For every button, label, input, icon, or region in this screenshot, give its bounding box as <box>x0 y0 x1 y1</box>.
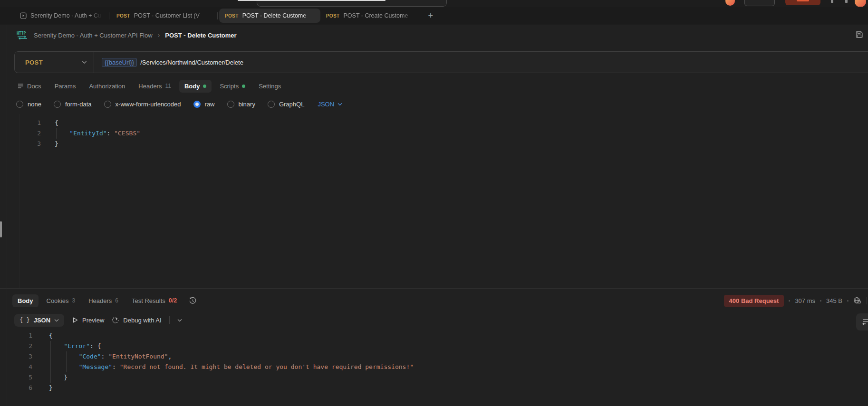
tab-label: Body <box>184 83 200 90</box>
code-line: 2 "Error": { <box>0 341 868 351</box>
new-tab-button[interactable]: + <box>428 11 433 20</box>
separator-dot <box>847 300 849 302</box>
mode-x-www-form-urlencoded[interactable]: x-www-form-urlencoded <box>104 101 181 108</box>
code-text: "Message": "Record not found. It might b… <box>32 362 414 372</box>
response-section-divider[interactable] <box>0 288 868 289</box>
radio-selected-icon[interactable] <box>193 101 201 108</box>
request-body-editor[interactable]: 1{2 "EntityId": "CESBS"3} <box>0 114 868 292</box>
mode-binary[interactable]: binary <box>227 101 255 108</box>
code-text: } <box>41 139 58 149</box>
tab-response-cookies[interactable]: Cookies 3 <box>41 294 81 307</box>
vertical-divider <box>867 297 867 304</box>
url-variable-chip[interactable]: {{baseUrl}} <box>102 58 137 67</box>
tab-settings[interactable]: Settings <box>253 80 286 93</box>
line-number: 3 <box>0 139 41 149</box>
method-badge: POST <box>116 13 130 19</box>
code-text: "Code": "EntityNotFound", <box>32 351 172 362</box>
radio-icon[interactable] <box>54 101 61 108</box>
outline-button[interactable] <box>744 0 775 6</box>
avatar[interactable] <box>855 0 866 7</box>
ai-sparkle-icon <box>112 316 119 324</box>
tab-headers[interactable]: Headers 11 <box>133 80 176 93</box>
radio-icon[interactable] <box>16 101 23 108</box>
line-number: 5 <box>0 372 32 383</box>
indent-guide <box>56 128 57 139</box>
code-text: { <box>41 118 58 128</box>
notifications-icon[interactable] <box>845 0 848 3</box>
docs-icon <box>18 83 24 89</box>
vertical-divider <box>169 316 170 324</box>
code-line: 5 } <box>0 372 868 383</box>
tab-label: Settings <box>259 83 281 90</box>
tab-label: Serenity Demo - Auth + Cu <box>30 12 102 19</box>
line-number: 1 <box>0 330 32 341</box>
breadcrumb-collection[interactable]: Serenity Demo - Auth + Customer API Flow <box>34 32 153 39</box>
chevron-down-icon <box>338 103 342 106</box>
tab-scripts[interactable]: Scripts <box>214 80 251 93</box>
status-badge[interactable]: 400 Bad Request <box>724 295 784 307</box>
request-section-tabs: Docs Params Authorization Headers 11 Bod… <box>0 78 868 94</box>
tab-create-customer[interactable]: POST POST - Create Custome <box>320 9 421 23</box>
modified-dot <box>203 85 206 88</box>
separator-dot <box>820 300 821 302</box>
tab-authorization[interactable]: Authorization <box>84 80 130 93</box>
tab-label: Params <box>55 83 76 90</box>
test-results-count: 0/2 <box>169 297 177 304</box>
tab-delete-customer[interactable]: POST POST - Delete Custome <box>219 9 320 23</box>
tab-response-headers[interactable]: Headers 6 <box>83 294 124 307</box>
mode-graphql[interactable]: GraphQL <box>268 101 304 108</box>
network-info-icon[interactable] <box>853 297 862 304</box>
mode-form-data[interactable]: form-data <box>54 101 92 108</box>
url-input[interactable]: {{baseUrl}} /Services/Northwind/Customer… <box>94 58 243 67</box>
tab-label: Body <box>18 297 33 304</box>
raw-language-selector[interactable]: JSON <box>318 101 342 108</box>
radio-icon[interactable] <box>227 101 234 108</box>
chevron-down-icon[interactable] <box>177 319 182 322</box>
radio-icon[interactable] <box>268 101 275 108</box>
tab-response-body[interactable]: Body <box>12 294 39 307</box>
response-body-editor[interactable]: 1{2 "Error": {3 "Code": "EntityNotFound"… <box>0 330 868 406</box>
tab-collection-runner[interactable]: Serenity Demo - Auth + Cu <box>14 9 107 23</box>
save-icon[interactable] <box>855 30 864 39</box>
code-line: 1{ <box>0 118 868 128</box>
preview-button[interactable]: Preview <box>72 317 104 324</box>
collection-run-icon <box>20 12 27 19</box>
editor-gutter-seam <box>19 114 19 288</box>
braces-icon: { } <box>19 317 30 323</box>
top-chrome-strip <box>0 0 868 7</box>
global-search-input[interactable] <box>257 0 447 7</box>
headers-count: 11 <box>165 83 171 89</box>
response-history-icon[interactable] <box>189 297 197 305</box>
tab-label: Scripts <box>220 83 239 90</box>
tab-test-results[interactable]: Test Results 0/2 <box>126 294 182 307</box>
radio-icon[interactable] <box>104 101 111 108</box>
sidebar-drag-handle[interactable] <box>0 221 2 237</box>
tab-label: Headers <box>138 83 162 90</box>
tab-label: POST - Customer List (V <box>134 12 210 19</box>
response-size[interactable]: 345 B <box>826 297 842 304</box>
tab-customer-list[interactable]: POST POST - Customer List (V <box>111 9 216 23</box>
response-format-selector[interactable]: { } JSON <box>14 314 64 327</box>
mode-raw[interactable]: raw <box>193 101 215 108</box>
line-number: 2 <box>0 341 32 351</box>
tab-label: Cookies <box>47 297 69 304</box>
mode-label: binary <box>239 101 255 108</box>
response-headers-count: 6 <box>115 297 118 304</box>
mode-label: raw <box>205 101 215 108</box>
code-line: 2 "EntityId": "CESBS" <box>0 128 868 139</box>
tab-body[interactable]: Body <box>179 80 212 93</box>
avatar[interactable] <box>725 0 735 6</box>
mode-none[interactable]: none <box>16 101 41 108</box>
primary-orange-button[interactable] <box>785 0 820 5</box>
method-selector[interactable]: POST <box>15 52 94 73</box>
settings-icon[interactable] <box>831 0 833 3</box>
wrap-lines-button[interactable] <box>856 313 868 330</box>
tab-params[interactable]: Params <box>49 80 81 93</box>
tab-divider <box>217 12 218 19</box>
response-time[interactable]: 307 ms <box>795 297 815 304</box>
method-value: POST <box>25 59 43 66</box>
debug-with-ai-button[interactable]: Debug with AI <box>112 316 161 324</box>
tab-label: Headers <box>88 297 112 304</box>
breadcrumb-current-request: POST - Delete Customer <box>165 32 236 39</box>
tab-docs[interactable]: Docs <box>12 80 47 93</box>
